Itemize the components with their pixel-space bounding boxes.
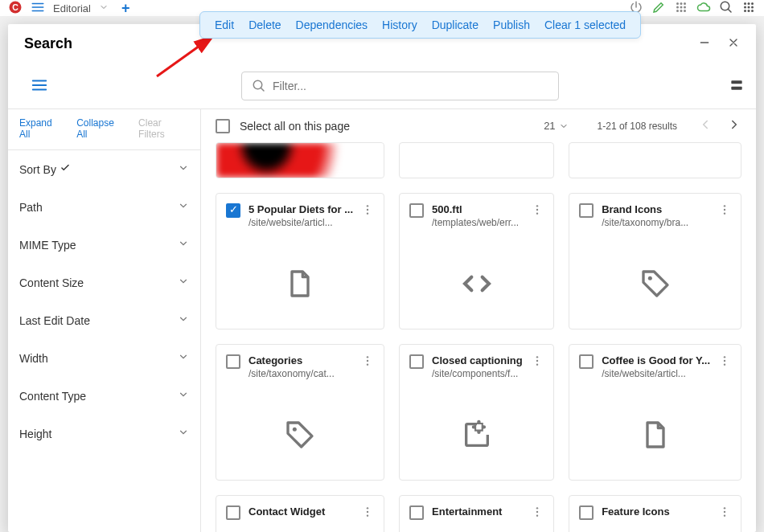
card-checkbox[interactable] — [409, 203, 424, 218]
logo-icon: C — [8, 0, 23, 17]
chevron-down-icon — [178, 200, 189, 214]
filter-sidebar: Expand All Collapse All Clear Filters So… — [8, 109, 201, 532]
card-checkbox[interactable] — [226, 354, 240, 369]
tag-icon — [284, 419, 316, 451]
action-publish[interactable]: Publish — [493, 18, 530, 31]
select-all-label: Select all on this page — [240, 120, 350, 133]
card-title: Categories — [249, 354, 353, 366]
file-icon — [284, 268, 316, 300]
filter-label: Content Type — [19, 390, 86, 403]
persona-label[interactable]: Editorial — [53, 2, 91, 14]
filter-input-wrapper[interactable] — [241, 72, 559, 100]
next-page-button[interactable] — [727, 117, 741, 134]
card-title: 5 Popular Diets for ... — [249, 203, 353, 215]
main-menu-icon[interactable] — [31, 0, 45, 17]
filter-content-type[interactable]: Content Type — [8, 377, 200, 415]
card-title: Coffee is Good for Y... — [602, 354, 710, 366]
result-card[interactable]: Feature Icons — [569, 495, 741, 532]
filter-mime-type[interactable]: MIME Type — [8, 226, 200, 264]
result-card[interactable]: Contact Widget — [216, 495, 384, 532]
result-card[interactable]: 5 Popular Diets for ... /site/website/ar… — [216, 193, 384, 329]
action-duplicate[interactable]: Duplicate — [432, 18, 479, 31]
modal-title: Search — [24, 35, 72, 52]
view-toggle-button[interactable] — [729, 77, 745, 96]
card-menu-button[interactable] — [361, 354, 374, 370]
action-edit[interactable]: Edit — [215, 18, 234, 31]
card-menu-button[interactable] — [361, 203, 374, 219]
expand-all-button[interactable]: Expand All — [19, 117, 64, 140]
chevron-down-icon — [178, 276, 189, 289]
card-menu-button[interactable] — [718, 505, 731, 521]
chevron-down-icon — [178, 351, 189, 365]
pencil-icon[interactable] — [651, 0, 666, 17]
card-path: /site/taxonomy/cat... — [249, 368, 353, 379]
result-card[interactable]: Closed captioning /site/components/f... — [399, 344, 554, 481]
action-clear-selected[interactable]: Clear 1 selected — [544, 18, 626, 31]
selection-action-bar: Edit Delete Dependencies History Duplica… — [199, 11, 641, 39]
file-icon — [639, 419, 672, 451]
page-size-select[interactable]: 21 — [544, 120, 568, 132]
apps-icon[interactable] — [674, 0, 688, 17]
action-delete[interactable]: Delete — [249, 18, 281, 31]
clear-filters-button[interactable]: Clear Filters — [138, 117, 189, 140]
card-menu-button[interactable] — [531, 203, 544, 219]
annotation-arrow — [153, 32, 225, 80]
card-path: /site/taxonomy/bra... — [602, 217, 710, 228]
add-button[interactable]: + — [121, 0, 130, 17]
ext-icon — [461, 419, 493, 451]
chevron-down-icon — [178, 427, 189, 440]
card-menu-button[interactable] — [361, 505, 374, 521]
result-card[interactable]: Entertainment — [399, 495, 554, 532]
card-path: /templates/web/err... — [432, 217, 523, 228]
search-top-icon[interactable] — [719, 0, 733, 17]
filter-content-size[interactable]: Content Size — [8, 264, 200, 301]
svg-line-18 — [157, 36, 213, 76]
cloud-icon[interactable] — [696, 0, 711, 17]
search-modal: Search Expand All Collapse All Clear Fil… — [8, 24, 756, 532]
card-checkbox[interactable] — [579, 203, 594, 218]
result-card[interactable]: Coffee is Good for Y... /site/website/ar… — [569, 344, 741, 481]
action-history[interactable]: History — [382, 18, 417, 31]
close-button[interactable] — [727, 36, 740, 52]
filter-width[interactable]: Width — [8, 339, 200, 377]
result-card[interactable]: Categories /site/taxonomy/cat... — [216, 344, 384, 481]
code-icon — [461, 268, 493, 300]
persona-dropdown-icon[interactable] — [99, 2, 109, 14]
action-dependencies[interactable]: Dependencies — [296, 18, 368, 31]
search-icon — [252, 79, 266, 93]
card-menu-button[interactable] — [718, 354, 731, 370]
card-title: Contact Widget — [249, 505, 353, 518]
card-checkbox[interactable] — [409, 505, 424, 520]
prev-page-button[interactable] — [698, 117, 713, 134]
svg-text:C: C — [12, 2, 18, 11]
filter-height[interactable]: Height — [8, 415, 200, 452]
filter-label: Sort By — [19, 162, 71, 176]
results-count: 1-21 of 108 results — [598, 121, 677, 132]
card-menu-button[interactable] — [531, 505, 544, 521]
filter-input[interactable] — [273, 80, 548, 92]
chevron-down-icon — [559, 121, 569, 131]
filter-path[interactable]: Path — [8, 188, 200, 226]
card-path: /site/website/articl... — [249, 217, 353, 228]
card-checkbox[interactable] — [579, 505, 594, 520]
select-all-checkbox[interactable] — [216, 119, 230, 133]
card-checkbox[interactable] — [226, 203, 240, 218]
result-card[interactable]: Brand Icons /site/taxonomy/bra... — [569, 193, 741, 329]
result-card[interactable]: 500.ftl /templates/web/err... — [399, 193, 554, 329]
filter-label: Height — [19, 428, 51, 440]
filter-last-edit-date[interactable]: Last Edit Date — [8, 301, 200, 339]
collapse-all-button[interactable]: Collapse All — [76, 117, 125, 140]
card-menu-button[interactable] — [718, 203, 731, 219]
minimize-button[interactable] — [698, 36, 711, 52]
filter-sort-by[interactable]: Sort By — [8, 150, 200, 188]
card-checkbox[interactable] — [226, 505, 240, 520]
sidebar-toggle-icon[interactable] — [31, 76, 48, 96]
filter-label: Last Edit Date — [19, 314, 90, 327]
card-title: Closed captioning — [432, 354, 523, 366]
grid-top-icon[interactable] — [741, 0, 756, 17]
partial-card — [216, 142, 384, 178]
card-checkbox[interactable] — [579, 354, 594, 369]
card-title: Brand Icons — [602, 203, 710, 215]
card-menu-button[interactable] — [531, 354, 544, 370]
card-checkbox[interactable] — [409, 354, 424, 369]
